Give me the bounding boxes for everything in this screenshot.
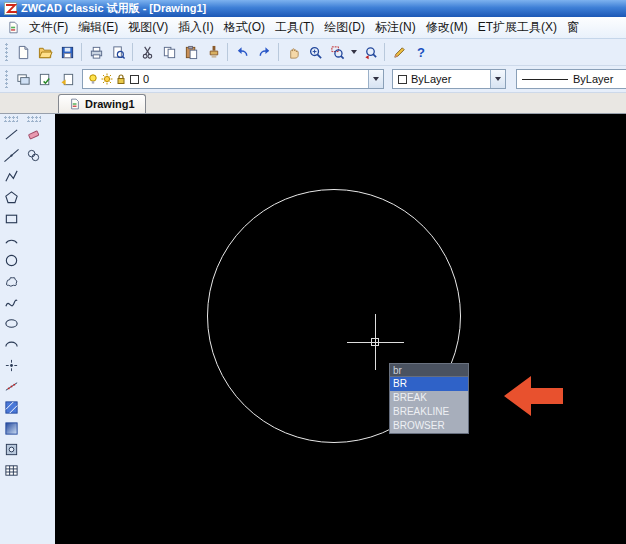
layer-color-chip[interactable]	[130, 75, 139, 84]
standard-toolbar: ?	[0, 39, 626, 66]
help-icon[interactable]: ?	[410, 41, 432, 63]
linetype-sample	[522, 79, 568, 80]
tab-drawing1[interactable]: Drawing1	[58, 94, 146, 113]
menu-tools[interactable]: 工具(T)	[270, 17, 319, 38]
menu-format[interactable]: 格式(O)	[219, 17, 270, 38]
erase-icon[interactable]	[24, 124, 43, 145]
zoom-flyout-arrow-icon[interactable]	[348, 50, 359, 54]
rectangle-icon[interactable]	[2, 208, 21, 229]
command-autocomplete: br BR BREAK BREAKLINE BROWSER	[389, 363, 469, 434]
pan-icon[interactable]	[282, 41, 304, 63]
title-bar[interactable]: ZWCAD Classic 试用版 - [Drawing1]	[0, 0, 626, 17]
toolbar-grip[interactable]	[5, 43, 9, 61]
region-icon[interactable]	[2, 439, 21, 460]
layer-previous-icon[interactable]	[56, 68, 78, 90]
layer-combo-dropdown-button[interactable]	[368, 70, 383, 88]
color-combo-value: ByLayer	[411, 73, 451, 85]
gradient-icon[interactable]	[2, 418, 21, 439]
ellipse-arc-icon[interactable]	[2, 334, 21, 355]
print-icon[interactable]	[85, 41, 107, 63]
toolbar-grip[interactable]	[4, 116, 18, 122]
menu-et-extensions[interactable]: ET扩展工具(X)	[473, 17, 562, 38]
save-icon[interactable]	[56, 41, 78, 63]
menu-insert[interactable]: 插入(I)	[173, 17, 218, 38]
copy-object-icon[interactable]	[24, 145, 43, 166]
menu-modify[interactable]: 修改(M)	[421, 17, 473, 38]
left-dock	[0, 114, 55, 544]
current-color-chip	[398, 75, 407, 84]
paste-icon[interactable]	[180, 41, 202, 63]
undo-icon[interactable]	[231, 41, 253, 63]
construction-line-icon[interactable]	[2, 145, 21, 166]
open-folder-icon[interactable]	[34, 41, 56, 63]
app-window: ZWCAD Classic 试用版 - [Drawing1] 文件(F) 编辑(…	[0, 0, 626, 544]
print-preview-icon[interactable]	[107, 41, 129, 63]
point-icon[interactable]	[2, 355, 21, 376]
line-icon[interactable]	[2, 124, 21, 145]
bulb-icon[interactable]	[87, 73, 99, 85]
autocomplete-item[interactable]: BROWSER	[390, 419, 468, 433]
menu-view[interactable]: 视图(V)	[123, 17, 173, 38]
autocomplete-item[interactable]: BREAK	[390, 391, 468, 405]
zoom-previous-icon[interactable]	[359, 41, 381, 63]
divide-icon[interactable]	[2, 376, 21, 397]
cut-icon[interactable]	[136, 41, 158, 63]
drawing-file-icon	[69, 98, 81, 110]
menu-edit[interactable]: 编辑(E)	[73, 17, 123, 38]
toolbar-separator	[132, 43, 133, 61]
arc-icon[interactable]	[2, 229, 21, 250]
app-logo-icon[interactable]	[4, 2, 17, 15]
crosshair-pickbox	[371, 338, 379, 346]
autocomplete-list: BR BREAK BREAKLINE BROWSER	[389, 376, 469, 434]
lock-icon[interactable]	[115, 73, 127, 85]
draw-toolbar	[1, 114, 21, 481]
ellipse-icon[interactable]	[2, 313, 21, 334]
drawing-canvas[interactable]: br BR BREAK BREAKLINE BROWSER	[55, 114, 626, 544]
toolbar-separator	[81, 43, 82, 61]
redo-icon[interactable]	[253, 41, 275, 63]
polygon-icon[interactable]	[2, 187, 21, 208]
layer-combo-value: 0	[143, 73, 149, 85]
main-area: br BR BREAK BREAKLINE BROWSER	[0, 114, 626, 544]
zoom-realtime-icon[interactable]	[304, 41, 326, 63]
layer-states-icon[interactable]	[34, 68, 56, 90]
table-icon[interactable]	[2, 460, 21, 481]
properties-toolbar: 0 ByLayer ByLayer	[0, 66, 626, 93]
annotation-arrow-icon	[503, 374, 565, 418]
autocomplete-item[interactable]: BREAKLINE	[390, 405, 468, 419]
document-tab-bar: Drawing1	[0, 93, 626, 114]
copy-icon[interactable]	[158, 41, 180, 63]
window-title: ZWCAD Classic 试用版 - [Drawing1]	[21, 1, 206, 16]
linetype-combo[interactable]: ByLayer	[516, 69, 626, 89]
zoom-window-icon[interactable]	[326, 41, 348, 63]
toolbar-separator	[227, 43, 228, 61]
command-input[interactable]: br	[389, 363, 469, 376]
menu-window[interactable]: 窗	[562, 17, 584, 38]
document-menu-icon[interactable]	[2, 17, 24, 39]
menu-bar: 文件(F) 编辑(E) 视图(V) 插入(I) 格式(O) 工具(T) 绘图(D…	[0, 17, 626, 39]
color-combo-dropdown-button[interactable]	[490, 70, 505, 88]
freeze-sun-icon[interactable]	[101, 73, 113, 85]
circle-icon[interactable]	[2, 250, 21, 271]
modify-minibar	[23, 114, 44, 166]
revision-cloud-icon[interactable]	[2, 271, 21, 292]
menu-file[interactable]: 文件(F)	[24, 17, 73, 38]
menu-dimension[interactable]: 标注(N)	[370, 17, 421, 38]
layer-combo[interactable]: 0	[82, 69, 384, 89]
toolbar-grip[interactable]	[27, 116, 41, 122]
toolbar-separator	[278, 43, 279, 61]
new-file-icon[interactable]	[12, 41, 34, 63]
autocomplete-item[interactable]: BR	[390, 377, 468, 391]
linetype-combo-value: ByLayer	[573, 73, 613, 85]
layer-properties-icon[interactable]	[12, 68, 34, 90]
tab-label: Drawing1	[85, 98, 135, 110]
toolbar-grip[interactable]	[5, 70, 9, 88]
format-painter-icon[interactable]	[202, 41, 224, 63]
redraw-icon[interactable]	[388, 41, 410, 63]
hatch-icon[interactable]	[2, 397, 21, 418]
toolbar-separator	[384, 43, 385, 61]
color-combo[interactable]: ByLayer	[392, 69, 506, 89]
polyline-icon[interactable]	[2, 166, 21, 187]
spline-icon[interactable]	[2, 292, 21, 313]
menu-draw[interactable]: 绘图(D)	[319, 17, 370, 38]
